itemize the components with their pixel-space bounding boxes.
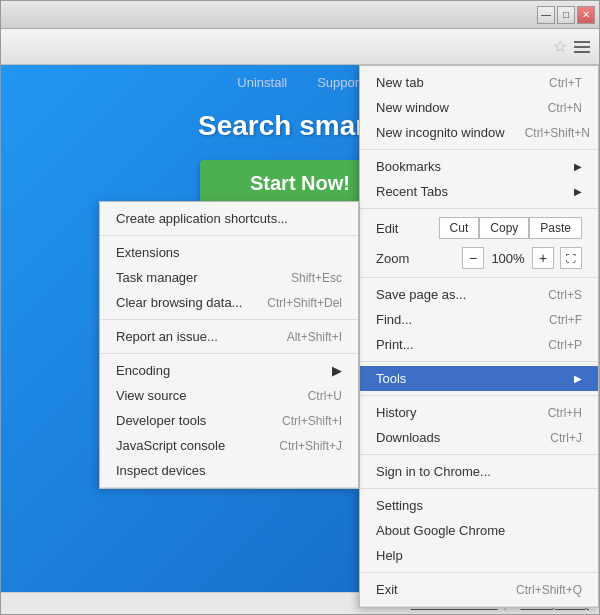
start-now-button[interactable]: Start Now! <box>200 160 400 207</box>
page-content: Uninstall Support Search smarter Start N… <box>1 65 599 614</box>
browser-toolbar: ☆ <box>1 29 599 65</box>
maximize-button[interactable]: □ <box>557 6 575 24</box>
footer-separator: | <box>504 598 507 610</box>
end-user-license-link[interactable]: End User License <box>411 598 498 610</box>
privacy-policy-link[interactable]: Privacy Policy <box>521 598 589 610</box>
close-button[interactable]: ✕ <box>577 6 595 24</box>
page-footer: End User License | Privacy Policy <box>1 592 599 614</box>
page-nav-bar: Uninstall Support <box>237 75 362 90</box>
page-background: Uninstall Support Search smarter Start N… <box>1 65 599 614</box>
bookmark-star-icon[interactable]: ☆ <box>553 37 567 56</box>
title-bar-buttons: — □ ✕ <box>537 6 595 24</box>
title-bar: — □ ✕ <box>1 1 599 29</box>
page-heading: Search smarter <box>198 110 402 142</box>
chrome-menu-button[interactable] <box>571 36 593 58</box>
minimize-button[interactable]: — <box>537 6 555 24</box>
browser-window: — □ ✕ ☆ Uninstall Support Search smarter… <box>0 0 600 615</box>
nav-support[interactable]: Support <box>317 75 363 90</box>
nav-uninstall[interactable]: Uninstall <box>237 75 287 90</box>
